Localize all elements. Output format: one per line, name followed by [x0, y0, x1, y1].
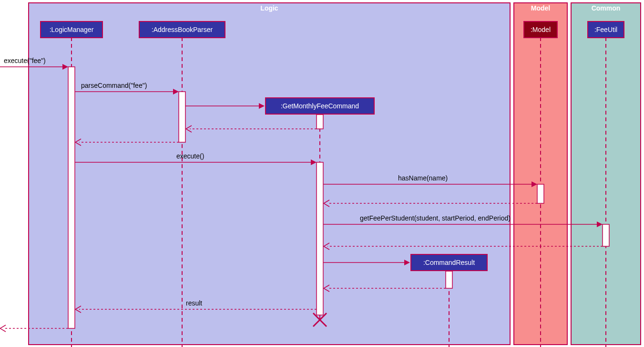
- logicmanager-activation: [68, 67, 75, 328]
- common-label: Common: [592, 4, 621, 12]
- arrowhead14: [0, 325, 6, 332]
- commandresult-label: :CommandResult: [423, 259, 475, 266]
- model-label: Model: [531, 4, 550, 12]
- feeutil-label: :FeeUtil: [594, 26, 617, 33]
- logicmanager-label: :LogicManager: [50, 26, 94, 33]
- logic-label: Logic: [260, 4, 278, 12]
- addressbookparser-label: :AddressBookParser: [152, 26, 213, 33]
- feeutil-activation: [603, 224, 609, 246]
- logic-container: [29, 3, 510, 345]
- msg-execute-label: execute(): [176, 152, 204, 160]
- model-participant-label: :Model: [531, 26, 551, 33]
- addressbookparser-activation: [179, 92, 185, 142]
- msg-getfee-label: getFeePerStudent(student, startPeriod, e…: [360, 214, 511, 222]
- commandresult-activation: [446, 271, 452, 288]
- msg-execute-fee-label: execute("fee"): [4, 57, 46, 64]
- getmonthlyfee-activation1: [317, 115, 323, 129]
- getmonthlyfee-label: :GetMonthlyFeeCommand: [281, 102, 359, 110]
- model-activation: [537, 184, 544, 203]
- sequence-diagram: Logic Model Common :LogicManager :Addres…: [0, 0, 644, 347]
- msg-result-label: result: [186, 299, 202, 307]
- getmonthlyfee-activation2: [317, 162, 323, 315]
- msg-parsecommand-label: parseCommand("fee"): [81, 82, 147, 89]
- msg-hasname-label: hasName(name): [398, 174, 448, 182]
